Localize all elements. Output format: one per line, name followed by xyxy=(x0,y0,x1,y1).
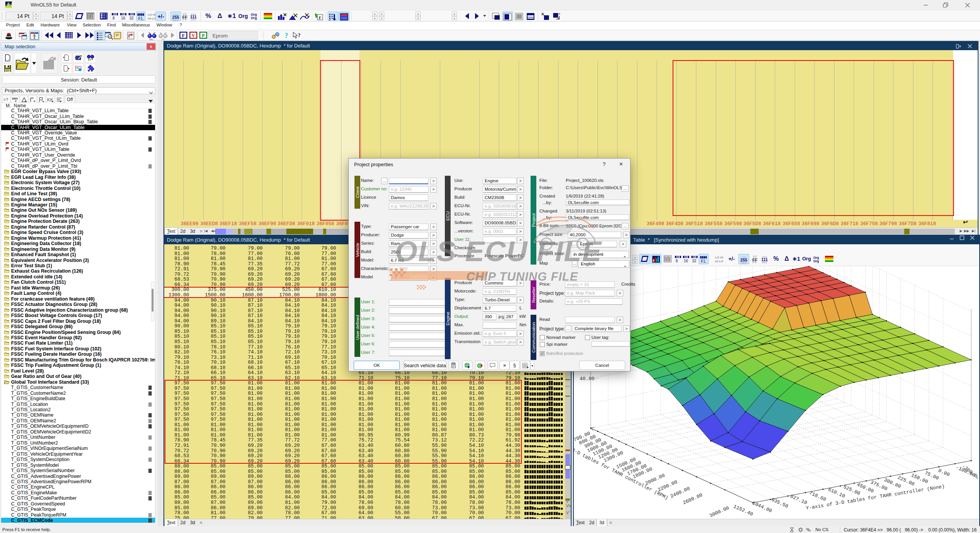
svg-text:1152.40: 1152.40 xyxy=(732,504,754,517)
svg-text:32: 32 xyxy=(692,259,697,263)
svg-text:718.60: 718.60 xyxy=(808,490,827,503)
svg-text:?: ? xyxy=(298,33,301,38)
svg-text:935.50: 935.50 xyxy=(770,497,789,509)
svg-text:LO HI: LO HI xyxy=(148,13,156,16)
svg-text:2400.00: 2400.00 xyxy=(670,486,691,499)
svg-text:HI LO: HI LO xyxy=(715,260,723,263)
svg-text:3000.00: 3000.00 xyxy=(709,505,730,518)
svg-text:P: P xyxy=(202,33,204,38)
svg-text:827.10: 827.10 xyxy=(789,493,808,506)
svg-text:2600.00: 2600.00 xyxy=(682,492,704,506)
svg-text:32: 32 xyxy=(129,16,134,20)
svg-text:8: 8 xyxy=(113,16,115,20)
svg-text:EE: EE xyxy=(753,261,757,263)
svg-text:5: 5 xyxy=(7,2,10,7)
svg-text:SEE: SEE xyxy=(173,18,179,21)
svg-text:16: 16 xyxy=(121,16,126,20)
svg-text:F: F xyxy=(88,58,90,62)
svg-text:LO HI: LO HI xyxy=(715,256,723,259)
svg-text:F1.: F1. xyxy=(138,16,144,21)
svg-text:444: 444 xyxy=(762,261,767,263)
svg-text:F: F xyxy=(182,33,185,38)
svg-text:2200.00: 2200.00 xyxy=(657,479,678,493)
svg-text:1044.00: 1044.00 xyxy=(751,500,773,514)
svg-text:SEE: SEE xyxy=(741,261,747,264)
svg-text:8: 8 xyxy=(676,259,678,263)
svg-text:V: V xyxy=(192,33,195,38)
svg-text:16: 16 xyxy=(684,259,688,263)
svg-text:EE: EE xyxy=(183,18,187,21)
svg-text:40.00: 40.00 xyxy=(580,376,595,382)
svg-text:2000.00: 2000.00 xyxy=(644,473,666,486)
svg-text:=?: =? xyxy=(3,97,8,102)
svg-text:F: F xyxy=(319,15,322,20)
svg-text:444: 444 xyxy=(191,18,196,21)
svg-text:F1.: F1. xyxy=(701,259,706,263)
svg-text:?: ? xyxy=(285,32,288,39)
svg-text:HI LO: HI LO xyxy=(148,17,156,20)
